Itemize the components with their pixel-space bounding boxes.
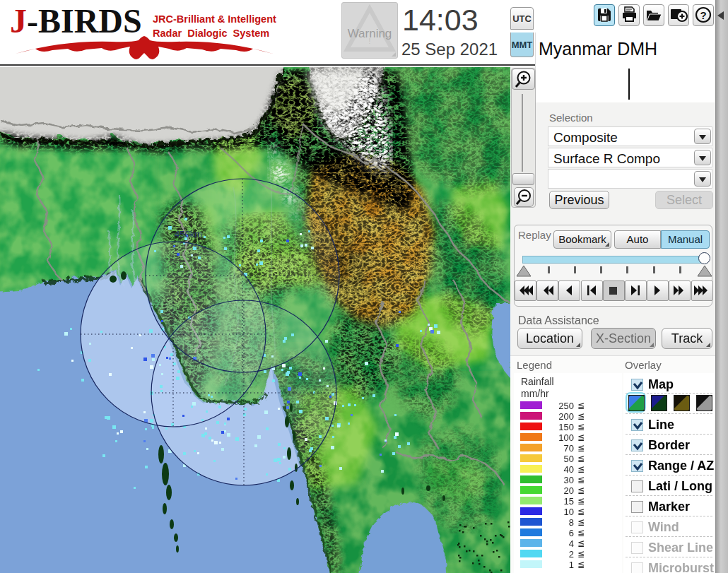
svg-text:450km: 450km <box>175 229 202 240</box>
svg-text:?: ? <box>700 9 706 21</box>
